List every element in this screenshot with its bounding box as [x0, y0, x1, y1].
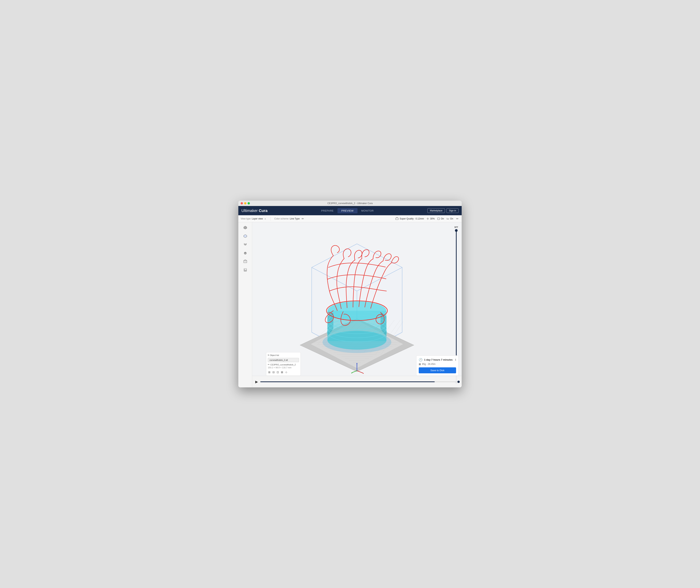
navbar-right: Marketplace Sign in	[427, 208, 459, 213]
support-2-section: On	[446, 217, 453, 220]
view-type-section: View type Layer view ‹	[241, 217, 266, 221]
object-action-3[interactable]: ⊡	[276, 370, 279, 374]
nav-tabs: PREPARE PREVIEW MONITOR	[317, 208, 378, 213]
support-1-value: On	[441, 217, 444, 220]
print-info-panel: 🕐 1 day 7 hours 7 minutes ℹ ▦ 85g · 28.4…	[416, 355, 459, 376]
object-action-4[interactable]: ⊠	[281, 370, 284, 374]
quality-value: Super Quality · 0.12mm	[400, 217, 424, 220]
window-title: CE3PRO_curvewithstick_2 - Ultimaker Cura	[327, 202, 373, 205]
traffic-lights	[241, 202, 250, 204]
print-material-value: 85g · 28.45m	[422, 363, 435, 365]
app-window: CE3PRO_curvewithstick_2 - Ultimaker Cura…	[238, 201, 462, 387]
support-icon-2	[446, 217, 449, 220]
object-list-panel: ▾ Object list curvewithstick_2.stl ✏ CE3…	[266, 352, 301, 376]
fan-icon	[426, 217, 429, 220]
color-scheme-value: Line Type	[290, 217, 300, 220]
xray-view-btn[interactable]	[241, 232, 250, 240]
material-view-btn[interactable]	[241, 249, 250, 257]
material-view-icon	[243, 251, 247, 255]
progress-section: ▶	[255, 380, 459, 384]
toolbar-right: Super Quality · 0.12mm 30% On On ✏	[395, 217, 459, 221]
progress-fill	[260, 381, 435, 382]
object-action-5[interactable]: ⊹	[285, 370, 288, 374]
quality-section: Super Quality · 0.12mm	[395, 217, 424, 220]
object-list-title: Object list	[270, 354, 279, 356]
fan-section: 30%	[426, 217, 435, 220]
viewport[interactable]: 977 ▾ Object list curvewithstick_2.stl ✏…	[252, 222, 462, 387]
marketplace-button[interactable]: Marketplace	[427, 208, 445, 213]
quality-icon	[395, 217, 399, 220]
main-content: 977 ▾ Object list curvewithstick_2.stl ✏…	[238, 222, 462, 387]
tab-monitor[interactable]: MONITOR	[358, 208, 378, 213]
wireframe-view-icon	[243, 259, 247, 264]
print-time-value: 1 day 7 hours 7 minutes	[424, 358, 453, 361]
support-icon-1	[437, 217, 440, 220]
xray-view-icon	[243, 234, 247, 238]
minimize-btn[interactable]	[244, 202, 246, 204]
clock-icon: 🕐	[419, 358, 423, 362]
toolbar: View type Layer view ‹ Color scheme Line…	[238, 215, 462, 222]
progress-track[interactable]	[260, 381, 459, 382]
app-logo: Ultimaker Cura	[241, 209, 268, 213]
view-type-value: Layer view	[252, 217, 263, 220]
solid-view-btn[interactable]	[241, 224, 250, 231]
svg-point-1	[427, 218, 428, 219]
object-action-buttons: ⊞ ⊟ ⊡ ⊠ ⊹	[268, 370, 299, 374]
progress-thumb[interactable]	[457, 381, 460, 383]
object-dimensions: 150.2 × 98.9 × 116.7 mm	[268, 366, 299, 369]
layer-top-number: 977	[455, 226, 458, 228]
layer-view-btn[interactable]	[241, 241, 250, 248]
logo-bold: Cura	[259, 209, 268, 213]
print-info-detail-btn[interactable]: ℹ	[455, 358, 456, 361]
signin-button[interactable]: Sign in	[446, 208, 459, 213]
svg-rect-2	[438, 218, 440, 220]
left-panel	[238, 222, 252, 387]
settings-edit-btn[interactable]: ✏	[456, 217, 459, 221]
color-scheme-section: Color scheme Line Type ✏	[274, 217, 305, 221]
chevron-down-icon: ▾	[268, 354, 269, 356]
svg-rect-0	[396, 218, 398, 220]
pencil-icon: ✏	[268, 363, 270, 366]
support-view-btn[interactable]	[241, 266, 250, 274]
svg-point-45	[327, 301, 386, 320]
material-icon: ▦	[419, 363, 421, 365]
bottom-bar: ▶	[252, 376, 462, 387]
navbar: Ultimaker Cura PREPARE PREVIEW MONITOR M…	[238, 206, 462, 215]
close-btn[interactable]	[241, 202, 243, 204]
fan-value: 30%	[430, 217, 435, 220]
tab-prepare[interactable]: PREPARE	[317, 208, 337, 213]
solid-view-icon	[243, 225, 247, 230]
titlebar: CE3PRO_curvewithstick_2 - Ultimaker Cura	[238, 201, 462, 206]
color-scheme-label: Color scheme	[274, 217, 289, 220]
object-file-item[interactable]: curvewithstick_2.stl	[268, 358, 299, 362]
tab-preview[interactable]: PREVIEW	[337, 208, 357, 213]
layer-view-icon	[243, 242, 247, 247]
maximize-btn[interactable]	[248, 202, 250, 204]
support-2-value: On	[450, 217, 453, 220]
print-material-row: ▦ 85g · 28.45m	[419, 363, 456, 365]
object-action-2[interactable]: ⊟	[272, 370, 275, 374]
color-scheme-edit-btn[interactable]: ✏	[301, 217, 305, 221]
play-button[interactable]: ▶	[255, 380, 258, 384]
object-name-text: CE3PRO_curvewithstick_2	[270, 364, 296, 366]
object-list-header[interactable]: ▾ Object list	[268, 354, 299, 356]
save-to-disk-button[interactable]: Save to Disk	[419, 367, 456, 373]
view-type-label: View type	[241, 217, 251, 220]
support-1-section: On	[437, 217, 444, 220]
print-time-row: 🕐 1 day 7 hours 7 minutes ℹ	[419, 358, 456, 362]
logo-light: Ultimaker	[241, 209, 258, 213]
layer-slider-top-thumb[interactable]	[455, 229, 458, 232]
object-name-row: ✏ CE3PRO_curvewithstick_2	[268, 363, 299, 366]
view-type-collapse-btn[interactable]: ‹	[264, 217, 266, 221]
support-view-icon	[243, 268, 247, 272]
object-action-1[interactable]: ⊞	[268, 370, 271, 374]
wireframe-view-btn[interactable]	[241, 258, 250, 265]
